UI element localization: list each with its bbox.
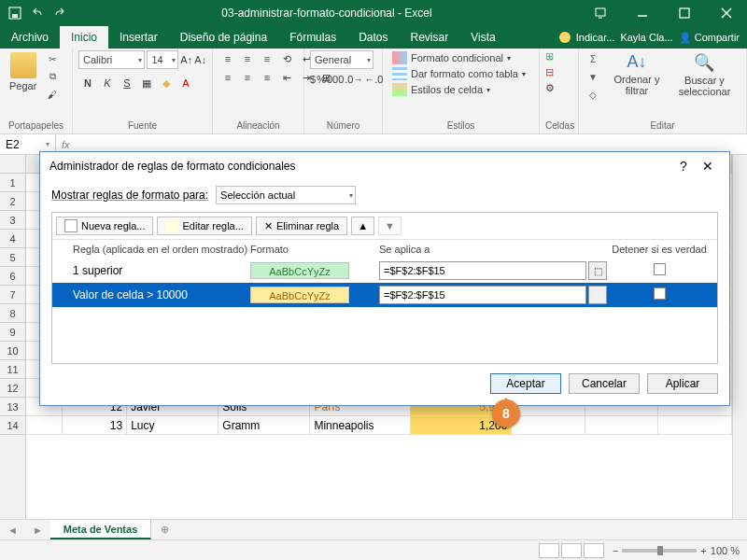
edit-rule-button[interactable]: Editar regla... <box>157 217 251 235</box>
row-header[interactable]: 6 <box>0 267 25 286</box>
minimize-icon[interactable] <box>621 0 663 26</box>
new-rule-button[interactable]: Nueva regla... <box>56 217 153 235</box>
font-name-combo[interactable]: Calibri <box>78 50 145 69</box>
sheet-nav-next-icon[interactable]: ► <box>25 525 50 536</box>
border-icon[interactable]: ▦ <box>137 75 156 91</box>
font-color-icon[interactable]: A <box>176 75 195 91</box>
zoom-in-icon[interactable]: + <box>700 545 706 556</box>
rule-row[interactable]: 1 superiorAaBbCcYyZz=$F$2:$F$15⬚ <box>52 259 717 283</box>
tab-view[interactable]: Vista <box>459 26 506 49</box>
range-picker-icon[interactable]: ⬚ <box>588 286 607 304</box>
underline-icon[interactable]: S <box>118 75 136 91</box>
page-break-view-icon[interactable] <box>584 543 604 558</box>
dialog-close-icon[interactable]: ✕ <box>696 159 720 174</box>
row-header[interactable]: 14 <box>0 416 25 435</box>
row-header[interactable]: 10 <box>0 342 25 360</box>
increase-decimal-icon[interactable]: .0→ <box>345 71 363 88</box>
ok-button[interactable]: Aceptar <box>490 373 561 394</box>
cell[interactable]: Gramm <box>218 416 310 435</box>
maximize-icon[interactable] <box>663 0 705 26</box>
rule-row[interactable]: Valor de celda > 10000AaBbCcYyZz=$F$2:$F… <box>52 283 717 307</box>
redo-icon[interactable] <box>52 6 67 21</box>
clear-icon[interactable]: ◇ <box>585 86 601 103</box>
undo-icon[interactable] <box>30 6 45 21</box>
tab-page-layout[interactable]: Diseño de página <box>169 26 278 49</box>
fx-icon[interactable]: fx <box>62 139 70 150</box>
show-rules-for-combo[interactable]: Selección actual <box>216 186 356 204</box>
cell[interactable] <box>658 416 732 435</box>
find-select-button[interactable]: 🔍 Buscar y seleccionar <box>669 50 740 99</box>
align-middle-icon[interactable]: ≡ <box>238 50 257 67</box>
row-headers[interactable]: 1234567891011121314 <box>0 174 26 525</box>
tab-data[interactable]: Datos <box>347 26 399 49</box>
align-bottom-icon[interactable]: ≡ <box>258 50 276 67</box>
format-painter-icon[interactable]: 🖌 <box>44 86 61 103</box>
zoom-out-icon[interactable]: − <box>613 545 618 556</box>
number-format-combo[interactable]: General <box>310 50 374 69</box>
new-sheet-icon[interactable]: ⊕ <box>151 524 178 536</box>
move-rule-up-button[interactable]: ▲ <box>351 217 374 235</box>
delete-rule-button[interactable]: ✕Eliminar regla <box>256 217 347 235</box>
cell[interactable] <box>585 416 659 435</box>
shrink-font-icon[interactable]: A↓ <box>194 54 206 65</box>
font-size-combo[interactable]: 14 <box>147 50 178 69</box>
cell[interactable]: Minneapolis <box>310 416 411 435</box>
copy-icon[interactable]: ⧉ <box>44 68 61 85</box>
close-icon[interactable] <box>705 0 747 26</box>
row-header[interactable]: 3 <box>0 211 25 230</box>
row-header[interactable]: 1 <box>0 174 25 192</box>
range-picker-icon[interactable]: ⬚ <box>588 261 607 280</box>
conditional-formatting-button[interactable]: Formato condicional ▾ <box>388 50 529 65</box>
tab-insert[interactable]: Insertar <box>108 26 169 49</box>
orientation-icon[interactable]: ⟲ <box>277 50 296 67</box>
delete-cells-icon[interactable]: ⊟ <box>545 66 554 78</box>
autosum-icon[interactable]: Σ <box>585 50 601 67</box>
share-button[interactable]: 👤 Compartir <box>679 32 740 44</box>
align-left-icon[interactable]: ≡ <box>218 69 237 86</box>
applies-to-input[interactable]: =$F$2:$F$15 <box>379 286 586 304</box>
comma-icon[interactable]: 000 <box>327 71 344 88</box>
stop-if-true-checkbox[interactable] <box>654 287 666 300</box>
cancel-button[interactable]: Cancelar <box>569 373 640 394</box>
percent-icon[interactable]: % <box>317 71 326 88</box>
sort-filter-button[interactable]: A↓ Ordenar y filtrar <box>609 50 665 98</box>
sheet-tab-active[interactable]: Meta de Ventas <box>50 520 151 539</box>
select-all-corner[interactable] <box>0 155 26 174</box>
row-header[interactable]: 4 <box>0 230 25 248</box>
dialog-help-icon[interactable]: ? <box>671 159 696 174</box>
row-header[interactable]: 5 <box>0 248 25 267</box>
tab-home[interactable]: Inicio <box>60 26 108 49</box>
currency-icon[interactable]: $ <box>310 71 316 88</box>
cut-icon[interactable]: ✂ <box>44 50 61 67</box>
decrease-decimal-icon[interactable]: ←.0 <box>364 71 383 88</box>
sheet-nav-prev-icon[interactable]: ◄ <box>0 525 25 536</box>
align-center-icon[interactable]: ≡ <box>238 69 257 86</box>
grow-font-icon[interactable]: A↑ <box>180 54 192 65</box>
zoom-slider[interactable] <box>622 549 697 553</box>
apply-button[interactable]: Aplicar <box>647 373 718 394</box>
row-header[interactable]: 7 <box>0 286 25 304</box>
cell[interactable] <box>512 416 585 435</box>
align-top-icon[interactable]: ≡ <box>218 50 237 67</box>
row-header[interactable]: 9 <box>0 323 25 342</box>
tab-formulas[interactable]: Fórmulas <box>278 26 347 49</box>
align-right-icon[interactable]: ≡ <box>258 69 276 86</box>
insert-cells-icon[interactable]: ⊞ <box>545 50 554 63</box>
normal-view-icon[interactable] <box>539 543 559 558</box>
bold-icon[interactable]: N <box>78 75 97 91</box>
tell-me[interactable]: Indicar... <box>576 32 615 43</box>
vertical-scrollbar[interactable] <box>732 155 747 525</box>
tab-review[interactable]: Revisar <box>400 26 460 49</box>
format-as-table-button[interactable]: Dar formato como tabla ▾ <box>388 66 529 81</box>
row-header[interactable]: 11 <box>0 360 25 379</box>
page-layout-view-icon[interactable] <box>561 543 582 558</box>
decrease-indent-icon[interactable]: ⇤ <box>277 69 296 86</box>
row-header[interactable]: 2 <box>0 192 25 211</box>
row-header[interactable]: 8 <box>0 304 25 323</box>
dialog-titlebar[interactable]: Administrador de reglas de formato condi… <box>40 152 729 180</box>
cell-styles-button[interactable]: Estilos de celda ▾ <box>388 82 529 97</box>
format-cells-icon[interactable]: ⚙ <box>545 82 555 94</box>
italic-icon[interactable]: K <box>98 75 117 91</box>
user-name[interactable]: Kayla Cla... <box>620 32 672 43</box>
tab-file[interactable]: Archivo <box>0 26 60 49</box>
